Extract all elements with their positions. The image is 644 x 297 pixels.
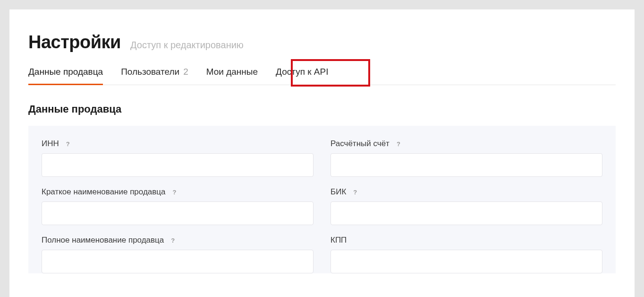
tab-count: 2 (183, 67, 188, 77)
field-account: Расчётный счёт ? (330, 139, 602, 177)
kpp-input[interactable] (330, 250, 602, 273)
tab-label: Мои данные (206, 67, 258, 77)
inn-input[interactable] (42, 153, 314, 177)
field-label: Краткое наименование продавца ? (42, 187, 314, 197)
short-name-input[interactable] (42, 201, 314, 225)
field-bik: БИК ? (330, 187, 602, 225)
tab-label: Данные продавца (28, 67, 103, 77)
help-icon[interactable]: ? (169, 236, 177, 245)
page-header: Настройки Доступ к редактированию (9, 9, 635, 52)
seller-form-panel: ИНН ? Расчётный счёт ? Краткое наименова… (28, 126, 616, 273)
page-container: Настройки Доступ к редактированию Данные… (9, 9, 635, 297)
account-input[interactable] (330, 153, 602, 177)
help-icon[interactable]: ? (170, 188, 179, 196)
help-icon[interactable]: ? (64, 140, 72, 148)
bik-input[interactable] (330, 201, 602, 225)
tab-label: Пользователи (121, 67, 179, 77)
page-title: Настройки (28, 32, 121, 52)
label-text: КПП (330, 236, 347, 245)
field-label: Полное наименование продавца ? (42, 236, 314, 245)
label-text: БИК (330, 187, 346, 197)
tab-users[interactable]: Пользователи 2 (121, 67, 188, 85)
page-subtitle: Доступ к редактированию (130, 40, 244, 51)
field-label: БИК ? (330, 187, 602, 197)
label-text: Краткое наименование продавца (42, 187, 166, 197)
full-name-input[interactable] (42, 250, 314, 273)
field-label: КПП (330, 236, 602, 245)
tab-label: Доступ к API (276, 67, 328, 77)
label-text: Расчётный счёт (330, 139, 390, 148)
section-title: Данные продавца (28, 103, 616, 115)
tab-my-data[interactable]: Мои данные (206, 67, 258, 85)
tab-api-access[interactable]: Доступ к API (276, 67, 328, 85)
help-icon[interactable]: ? (394, 140, 403, 148)
field-label: ИНН ? (42, 139, 314, 148)
help-icon[interactable]: ? (351, 188, 359, 196)
label-text: Полное наименование продавца (42, 236, 164, 245)
tab-seller-data[interactable]: Данные продавца (28, 67, 103, 85)
field-kpp: КПП (330, 236, 602, 273)
field-full-name: Полное наименование продавца ? (42, 236, 314, 273)
field-label: Расчётный счёт ? (330, 139, 602, 148)
field-short-name: Краткое наименование продавца ? (42, 187, 314, 225)
label-text: ИНН (42, 139, 59, 148)
tabs-bar: Данные продавца Пользователи 2 Мои данны… (28, 67, 616, 85)
field-inn: ИНН ? (42, 139, 314, 177)
